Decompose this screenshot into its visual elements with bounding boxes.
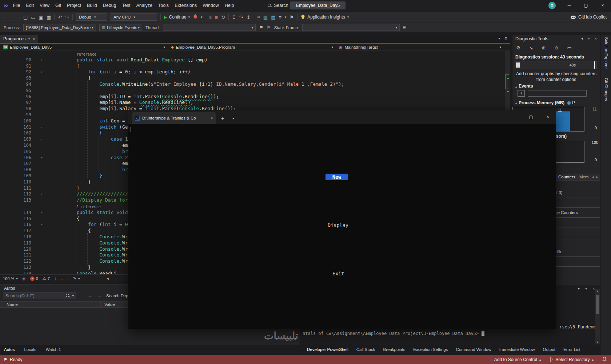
console-close-button[interactable]: ×	[539, 110, 556, 124]
class-dropdown[interactable]: ◆ Employee_Data_Day5.Program ▾	[168, 44, 336, 50]
add-to-source-control-button[interactable]: ↑ Add to Source Control ▴	[490, 357, 541, 362]
pin-icon[interactable]: ⌖	[588, 37, 590, 41]
menu-file[interactable]: File	[10, 0, 23, 11]
tab-scroll-right-icon[interactable]: ►	[596, 175, 599, 179]
settings-gear-icon[interactable]: ⚙	[516, 45, 520, 50]
tab-watch-1[interactable]: Watch 1	[46, 347, 61, 352]
console-output[interactable]: NewDisplayExit	[128, 124, 556, 329]
close-button[interactable]: ×	[594, 0, 611, 11]
code-line-90[interactable]: 90▿public static void Read_Data( Employe…	[0, 57, 505, 63]
timeline-thumb[interactable]	[516, 62, 520, 68]
step-into-icon[interactable]: ↧	[232, 15, 236, 20]
flag-threads-icon[interactable]: ⚑	[259, 25, 263, 30]
lifecycle-events-dropdown[interactable]: ▥Lifecycle Events ▾	[99, 24, 142, 31]
console-menu-display[interactable]: Display	[328, 222, 348, 228]
process-dropdown[interactable]: [16888] Employee_Data_Day5.exe ▾	[23, 24, 96, 31]
redo-icon[interactable]: ↷	[65, 15, 69, 20]
tab-output[interactable]: Output	[543, 347, 556, 352]
code-line-91[interactable]: 91{	[0, 63, 505, 69]
export-session-icon[interactable]: ↘	[529, 45, 533, 50]
break-all-icon[interactable]: ‖	[209, 15, 212, 20]
menu-window[interactable]: Window	[200, 0, 221, 11]
tab-error-list[interactable]: Error List	[563, 347, 580, 352]
hot-reload-icon[interactable]	[193, 14, 197, 20]
menu-edit[interactable]: Edit	[23, 0, 37, 11]
zoom-in-icon[interactable]: ⊕	[542, 45, 546, 50]
column-value[interactable]: Value	[104, 302, 115, 307]
step-over-icon[interactable]: ↷	[239, 15, 243, 20]
select-repository-button[interactable]: Select Repository ▴	[550, 357, 594, 362]
scrollbar-thumb[interactable]	[596, 295, 599, 314]
platform-dropdown[interactable]: Any CPU ▾	[111, 13, 157, 21]
previous-issue-icon[interactable]: ↑	[54, 276, 57, 281]
new-file-icon[interactable]: ▢	[23, 15, 28, 20]
terminal-scrollbar[interactable]: ▲ ▼	[595, 289, 600, 344]
memory-section-header[interactable]: ▴Process Memory (MB) P	[515, 100, 575, 105]
column-name[interactable]: Name	[7, 302, 18, 307]
application-insights-button[interactable]: Application Insights ▾	[301, 15, 349, 20]
console-minimize-button[interactable]: ─	[506, 110, 523, 124]
tab-autos[interactable]: Autos	[4, 347, 15, 352]
warning-count[interactable]: ⚠ 7	[43, 276, 50, 281]
document-health-icon[interactable]: ◈	[22, 276, 26, 281]
solution-name-tab[interactable]: Employee_Data_Day5	[290, 1, 346, 9]
search-back-icon[interactable]: ←	[88, 293, 93, 298]
column-divider[interactable]	[100, 302, 101, 307]
fold-chevron-icon[interactable]: ▿	[41, 210, 43, 216]
console-menu-new[interactable]: New	[326, 174, 348, 180]
thread-dropdown[interactable]: ▾	[163, 24, 256, 31]
pin-icon[interactable]: ⌖	[28, 37, 30, 41]
close-tab-icon[interactable]: ×	[33, 37, 35, 41]
output-window-icon[interactable]: ▦	[271, 15, 275, 20]
menu-view[interactable]: View	[37, 0, 52, 11]
member-dropdown[interactable]: ▣ Main(string[] args) ▾	[336, 44, 504, 50]
tab-breakpoints[interactable]: Breakpoints	[383, 347, 406, 352]
fold-chevron-icon[interactable]: ▿	[41, 222, 43, 228]
navigate-forward-icon[interactable]: →	[12, 15, 16, 20]
project-dropdown[interactable]: C# Employee_Data_Day5 ▾	[0, 44, 168, 50]
close-tab-icon[interactable]: ×	[211, 116, 213, 120]
window-position-dropdown-icon[interactable]: ▾	[578, 286, 580, 291]
unflag-threads-icon[interactable]: ⚑	[267, 25, 271, 30]
menu-git[interactable]: Git	[52, 0, 64, 11]
minimize-button[interactable]: ─	[561, 0, 578, 11]
close-panel-icon[interactable]: ×	[593, 286, 595, 291]
fold-chevron-icon[interactable]: ▿	[41, 57, 43, 63]
menu-build[interactable]: Build	[84, 0, 100, 11]
zoom-level-dropdown[interactable]: 100 % ▾	[3, 276, 18, 281]
bookmark-icon[interactable]: ⚑	[290, 15, 294, 20]
fold-chevron-icon[interactable]: ▿	[41, 136, 43, 142]
menu-tools[interactable]: Tools	[155, 0, 172, 11]
toolbar-options-icon[interactable]: ≡	[403, 25, 406, 30]
reset-view-icon[interactable]: ▭	[567, 45, 571, 50]
tab-exception-settings[interactable]: Exception Settings	[413, 347, 448, 352]
session-timeline[interactable]: 40s	[515, 61, 597, 69]
account-avatar[interactable]	[548, 2, 556, 9]
tab-list-dropdown-icon[interactable]: ▾	[498, 36, 500, 40]
side-tab-git-changes[interactable]: Git Changes	[604, 78, 608, 101]
step-out-icon[interactable]: ↥	[247, 15, 251, 20]
menu-debug[interactable]: Debug	[100, 0, 119, 11]
fold-chevron-icon[interactable]: ▿	[41, 191, 43, 197]
save-all-icon[interactable]: ▦	[47, 15, 51, 20]
watch-list-icon[interactable]: ≡	[279, 15, 281, 20]
github-copilot-button[interactable]: GitHub Copilot	[570, 14, 607, 20]
next-issue-icon[interactable]: ↓	[61, 276, 63, 281]
continue-button[interactable]: ▶ Continue ▾	[164, 15, 190, 20]
menu-help[interactable]: Help	[222, 0, 237, 11]
pin-icon[interactable]: ⌖	[585, 286, 587, 291]
menu-analyze[interactable]: Analyze	[133, 0, 155, 11]
tab-call-stack[interactable]: Call Stack	[356, 347, 375, 352]
console-maximize-button[interactable]: ▢	[523, 110, 539, 124]
fold-chevron-icon[interactable]: ▿	[41, 69, 43, 75]
open-file-icon[interactable]: ▭	[31, 15, 35, 20]
tab-memory[interactable]: Memory	[579, 175, 589, 179]
navigate-back-icon[interactable]: ←	[4, 15, 8, 20]
console-tab[interactable]: >_ D:\Interships & Trainigs & Co ×	[132, 112, 216, 124]
tab-locals[interactable]: Locals	[24, 347, 36, 352]
search-forward-icon[interactable]: →	[97, 293, 101, 298]
zoom-out-icon[interactable]: ⊖	[554, 45, 558, 50]
save-icon[interactable]: ▣	[39, 15, 43, 20]
console-menu-exit[interactable]: Exit	[332, 271, 344, 276]
stop-debugging-icon[interactable]: ■	[215, 15, 218, 20]
